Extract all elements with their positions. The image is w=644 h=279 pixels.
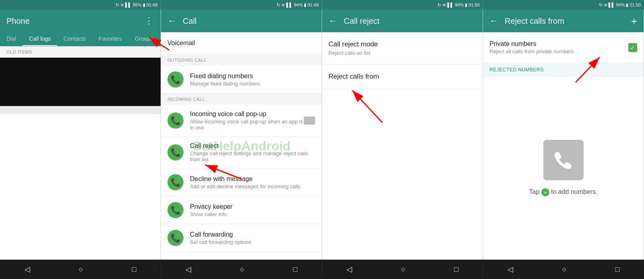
nav-section-2: ◁ ○ □ xyxy=(161,262,322,277)
decline-message-subtitle: Add or edit decline messages for incomin… xyxy=(190,183,315,189)
empty-tap-text: Tap xyxy=(529,188,539,195)
back-button-2[interactable]: ◁ xyxy=(178,262,199,277)
phone-tabs: Dial Call logs Contacts Favorites Groups xyxy=(0,32,161,46)
fixed-dialing-text: Fixed dialing numbers Manage fixed diali… xyxy=(190,73,315,87)
phone-icon-1: 📞 xyxy=(171,75,181,84)
incoming-voice-title: Incoming voice call pop-up xyxy=(190,110,304,118)
empty-state: Tap + to add numbers. xyxy=(483,77,644,260)
call-reject-toolbar: ← Call reject xyxy=(322,10,483,32)
voicemail-item[interactable]: Voicemail xyxy=(161,32,322,54)
panel-phone: Phone ⋮ Dial Call logs Contacts Favorite… xyxy=(0,10,161,260)
private-numbers-checkbox[interactable]: ✓ xyxy=(628,43,637,52)
tab-contacts[interactable]: Contacts xyxy=(57,32,92,46)
call-reject-subtitle: Change call reject settings and manage r… xyxy=(190,150,315,162)
decline-message-item[interactable]: 📞 Decline with message Add or edit decli… xyxy=(161,169,322,196)
incoming-voice-toggle[interactable] xyxy=(304,117,315,125)
call-forwarding-subtitle: Set call forwarding options xyxy=(190,239,315,245)
phone-toolbar: Phone ⋮ xyxy=(0,10,161,32)
back-button-3[interactable]: ◁ xyxy=(339,262,360,277)
old-items-header: OLD ITEMS xyxy=(0,46,161,58)
reject-calls-content: Private numbers Reject all calls from pr… xyxy=(483,32,644,260)
incoming-voice-subtitle: Show incoming voice call pop-up when an … xyxy=(190,119,304,131)
incoming-call-header: INCOMING CALL xyxy=(161,94,322,105)
time-1: 01:49 xyxy=(147,2,158,7)
fixed-dialing-item[interactable]: 📞 Fixed dialing numbers Manage fixed dia… xyxy=(161,66,322,94)
recent-button-2[interactable]: □ xyxy=(285,262,305,277)
tab-groups[interactable]: Groups xyxy=(128,32,160,46)
privacy-keeper-subtitle: Show caller info xyxy=(190,211,315,217)
empty-add-text: to add numbers. xyxy=(551,188,598,195)
reject-calls-from-title: Reject calls from xyxy=(328,73,476,81)
call-reject-back-button[interactable]: ← xyxy=(328,16,337,26)
call-forwarding-item[interactable]: 📞 Call forwarding Set call forwarding op… xyxy=(161,224,322,252)
call-reject-mode-title: Call reject mode xyxy=(328,40,476,48)
recent-button-1[interactable]: □ xyxy=(124,262,144,277)
status-bar-3: ↻ ≋ ▌▌ 94% ▮ 01:50 xyxy=(322,0,483,10)
status-icons-3: ↻ ≋ ▌▌ 94% ▮ xyxy=(438,2,467,8)
call-content: GetHelpAndroid Voicemail OUTGOING CALL 📞… xyxy=(161,32,322,260)
more-options-button[interactable]: ⋮ xyxy=(144,16,154,26)
navigation-bar: ◁ ○ □ ◁ ○ □ ◁ ○ □ ◁ ○ □ xyxy=(0,260,644,279)
reject-calls-title: Reject calls from xyxy=(505,17,631,26)
incoming-voice-item[interactable]: 📞 Incoming voice call pop-up Show incomi… xyxy=(161,105,322,137)
status-icons-2: ↻ ≋ ▌▌ 94% ▮ xyxy=(277,2,306,8)
tab-call-logs[interactable]: Call logs xyxy=(23,32,57,46)
privacy-keeper-text: Privacy keeper Show caller info xyxy=(190,203,315,217)
phone-icon-3: 📞 xyxy=(171,148,181,157)
time-4: 01:50 xyxy=(630,2,641,7)
home-button-4[interactable]: ○ xyxy=(554,262,574,277)
recent-button-3[interactable]: □ xyxy=(446,262,466,277)
status-bar-2: ↻ ≋ ▌▌ 94% ▮ 01:49 xyxy=(161,0,322,10)
empty-state-text: Tap + to add numbers. xyxy=(529,188,597,196)
call-reject-item[interactable]: 📞 Call reject Change call reject setting… xyxy=(161,137,322,169)
phone-icon-5: 📞 xyxy=(171,205,181,215)
panel-call-reject: ← Call reject Call reject mode Reject ca… xyxy=(322,10,483,260)
fixed-dialing-icon: 📞 xyxy=(167,71,184,87)
nav-section-1: ◁ ○ □ xyxy=(0,262,161,277)
reject-calls-toolbar: ← Reject calls from + xyxy=(483,10,644,32)
phone-content: OLD ITEMS xyxy=(0,46,161,260)
private-numbers-text: Private numbers Reject all calls from pr… xyxy=(489,40,628,54)
tab-dial[interactable]: Dial xyxy=(0,32,23,46)
home-button-1[interactable]: ○ xyxy=(71,262,91,277)
call-log-black-area xyxy=(0,58,161,106)
reject-calls-back-button[interactable]: ← xyxy=(489,16,498,26)
nav-section-4: ◁ ○ □ xyxy=(483,262,644,277)
time-2: 01:49 xyxy=(308,2,319,7)
phone-title: Phone xyxy=(6,17,144,26)
privacy-keeper-item[interactable]: 📞 Privacy keeper Show caller info xyxy=(161,196,322,224)
call-forwarding-text: Call forwarding Set call forwarding opti… xyxy=(190,231,315,245)
tab-favorites[interactable]: Favorites xyxy=(92,32,128,46)
call-toolbar: ← Call xyxy=(161,10,322,32)
add-circle-icon: + xyxy=(541,188,549,196)
back-button-1[interactable]: ◁ xyxy=(17,262,38,277)
privacy-keeper-title: Privacy keeper xyxy=(190,203,315,210)
call-back-button[interactable]: ← xyxy=(167,16,176,26)
decline-message-title: Decline with message xyxy=(190,175,315,183)
private-numbers-item[interactable]: Private numbers Reject all calls from pr… xyxy=(483,32,644,63)
checkbox-check-icon: ✓ xyxy=(630,44,635,51)
incoming-voice-icon: 📞 xyxy=(167,112,184,129)
private-numbers-subtitle: Reject all calls from private numbers xyxy=(489,48,628,54)
privacy-keeper-icon: 📞 xyxy=(167,202,184,218)
back-button-4[interactable]: ◁ xyxy=(500,262,521,277)
phone-icon-4: 📞 xyxy=(171,177,181,187)
reject-calls-from-item[interactable]: Reject calls from xyxy=(322,65,483,89)
call-reject-title: Call reject xyxy=(190,142,315,150)
decline-message-icon: 📞 xyxy=(167,174,184,190)
add-number-button[interactable]: + xyxy=(631,15,637,27)
recent-button-4[interactable]: □ xyxy=(607,262,628,277)
call-forwarding-icon: 📞 xyxy=(167,230,184,246)
status-bar-1: ↻ ≋ ▌▌ 95% ▮ 01:49 xyxy=(0,0,161,10)
call-reject-text: Call reject Change call reject settings … xyxy=(190,142,315,162)
nav-section-3: ◁ ○ □ xyxy=(322,262,483,277)
status-icons-4: ↻ ≋ ▌▌ 94% ▮ xyxy=(599,2,629,8)
home-button-2[interactable]: ○ xyxy=(232,262,252,277)
call-reject-mode-subtitle: Reject calls on list xyxy=(328,50,476,56)
voicemail-label: Voicemail xyxy=(167,40,195,47)
call-reject-mode-item[interactable]: Call reject mode Reject calls on list xyxy=(322,32,483,65)
panel-reject-calls-from: ← Reject calls from + Private numbers Re… xyxy=(483,10,644,260)
phone-icon-2: 📞 xyxy=(171,116,181,125)
home-button-3[interactable]: ○ xyxy=(393,262,413,277)
status-icons-1: ↻ ≋ ▌▌ 95% ▮ xyxy=(116,2,145,8)
